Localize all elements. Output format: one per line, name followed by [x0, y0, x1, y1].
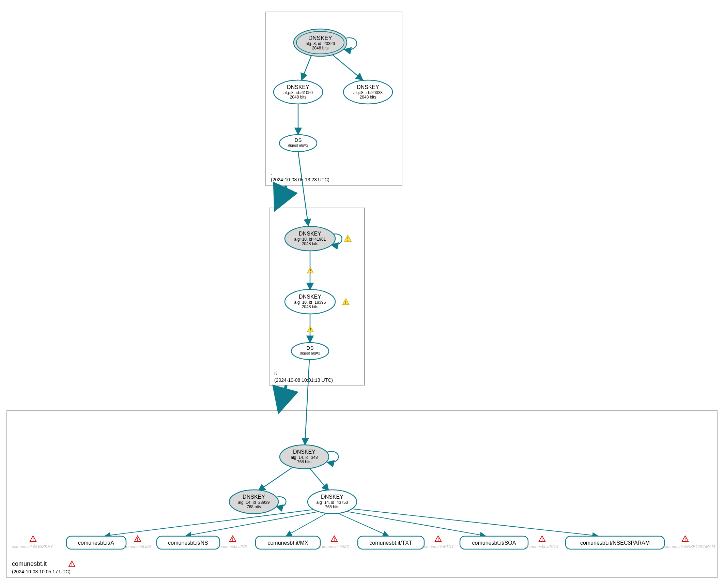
rr-label: comunesbt.it/NSEC3PARAM	[580, 540, 650, 546]
node-subtitle2: 2048 bits	[302, 241, 319, 246]
dnskey-leaf-ksk: DNSKEY alg=14, id=348 768 bits	[280, 445, 329, 469]
rr-label: comunesbt.it/NS	[168, 540, 208, 546]
node-subtitle2: 768 bits	[297, 459, 311, 464]
edge	[105, 510, 313, 536]
node-subtitle2: 2048 bits	[360, 95, 376, 100]
dnssec-graph: . (2024-10-08 05:13:23 UTC) it (2024-10-…	[0, 0, 724, 588]
ds-it: DS digest alg=2	[291, 343, 329, 360]
zone-leaf-box	[7, 411, 717, 578]
zone-leaf-label: comunesbt.it	[12, 560, 47, 567]
node-title: DNSKEY	[299, 231, 321, 237]
node-subtitle: alg=10, id=41901	[294, 237, 326, 242]
zone-leaf-timestamp: (2024-10-08 10:05:17 UTC)	[12, 569, 71, 574]
shadow-rr: comunesbt.it/DNSKEY	[12, 544, 53, 549]
node-subtitle2: 2048 bits	[302, 304, 319, 309]
node-subtitle2: 2048 bits	[290, 95, 307, 100]
node-subtitle: alg=14, id=23939	[238, 500, 270, 505]
delegation-edge	[276, 186, 286, 208]
node-title: DNSKEY	[321, 494, 343, 500]
edge	[298, 152, 308, 226]
error-icon	[539, 536, 545, 542]
node-subtitle2: 768 bits	[247, 504, 261, 509]
edge	[305, 360, 309, 445]
edge	[258, 467, 293, 491]
dnskey-root-ksk: DNSKEY alg=8, id=20326 2048 bits	[294, 29, 347, 56]
edge	[310, 469, 329, 491]
edge	[337, 513, 388, 536]
node-subtitle: alg=14, id=348	[291, 455, 318, 460]
zone-root-timestamp: (2024-10-08 05:13:23 UTC)	[271, 177, 329, 182]
error-icon	[30, 536, 36, 542]
node-subtitle: digest alg=2	[288, 143, 308, 147]
warning-icon	[307, 268, 313, 273]
shadow-rr: comunesbt.it/NS	[217, 544, 247, 549]
error-icon	[69, 561, 75, 567]
zone-it-label: it	[274, 370, 277, 376]
rr-label: comunesbt.it/A	[78, 540, 114, 546]
ds-root: DS digest alg=2	[279, 135, 317, 152]
shadow-rr: comunesbt.it/MX	[319, 544, 349, 549]
node-title: DNSKEY	[293, 449, 315, 455]
node-title: DNSKEY	[299, 294, 321, 300]
shadow-rr: comunesbt.it/TXT	[422, 544, 455, 549]
dnskey-it-zsk: DNSKEY alg=10, id=18395 2048 bits	[285, 289, 335, 314]
dnskey-root-zsk2: DNSKEY alg=8, id=20038 2048 bits	[343, 80, 392, 104]
rr-txt: comunesbt.it/TXT	[358, 536, 424, 549]
zone-root-label: .	[271, 170, 272, 176]
rr-label: comunesbt.it/TXT	[369, 540, 412, 546]
zone-it-timestamp: (2024-10-08 10:01:13 UTC)	[274, 377, 333, 383]
warning-icon	[307, 326, 313, 332]
rr-nsec3param: comunesbt.it/NSEC3PARAM	[566, 536, 664, 549]
edge	[302, 55, 312, 80]
rr-soa: comunesbt.it/SOA	[460, 536, 528, 549]
node-subtitle: digest alg=2	[300, 351, 320, 355]
node-subtitle: alg=8, id=61050	[283, 90, 313, 95]
rr-a: comunesbt.it/A	[66, 536, 126, 549]
shadow-rr: comunesbt.it/NSEC3PARAM	[663, 544, 715, 549]
error-icon	[682, 536, 688, 542]
dnskey-it-ksk: DNSKEY alg=10, id=41901 2048 bits	[285, 226, 335, 251]
dnskey-root-zsk1: DNSKEY alg=8, id=61050 2048 bits	[274, 80, 323, 104]
node-subtitle: alg=8, id=20326	[306, 41, 335, 46]
delegation-edge	[279, 385, 286, 410]
node-subtitle2: 768 bits	[325, 504, 339, 509]
node-subtitle2: 2048 bits	[312, 46, 329, 50]
error-icon	[331, 536, 337, 542]
error-icon	[435, 536, 441, 542]
node-subtitle: alg=10, id=18395	[294, 300, 326, 305]
node-subtitle: alg=8, id=20038	[353, 90, 383, 95]
edge	[332, 55, 363, 80]
node-title: DNSKEY	[357, 84, 379, 90]
error-icon	[135, 536, 141, 542]
dnskey-leaf-zsk1: DNSKEY alg=14, id=23939 768 bits	[229, 490, 278, 514]
node-title: DNSKEY	[308, 35, 332, 41]
warning-icon	[344, 235, 351, 241]
node-title: DNSKEY	[287, 84, 309, 90]
rr-label: comunesbt.it/MX	[267, 540, 308, 546]
node-subtitle: alg=14, id=43753	[317, 500, 348, 505]
edge	[353, 509, 598, 536]
node-title: DNSKEY	[243, 494, 265, 500]
node-title: DS	[307, 345, 314, 351]
dnskey-leaf-zsk2: DNSKEY alg=14, id=43753 768 bits	[308, 490, 357, 514]
node-title: DS	[295, 137, 302, 143]
shadow-rr: comunesbt.it/SOA	[525, 544, 558, 549]
warning-icon	[342, 299, 349, 305]
rr-mx: comunesbt.it/MX	[256, 536, 320, 549]
rr-label: comunesbt.it/SOA	[472, 540, 516, 546]
edge	[186, 511, 320, 536]
shadow-rr: comunesbt.it/A	[124, 544, 151, 549]
rr-ns: comunesbt.it/NS	[157, 536, 220, 549]
edge	[346, 511, 486, 536]
error-icon	[230, 536, 236, 542]
